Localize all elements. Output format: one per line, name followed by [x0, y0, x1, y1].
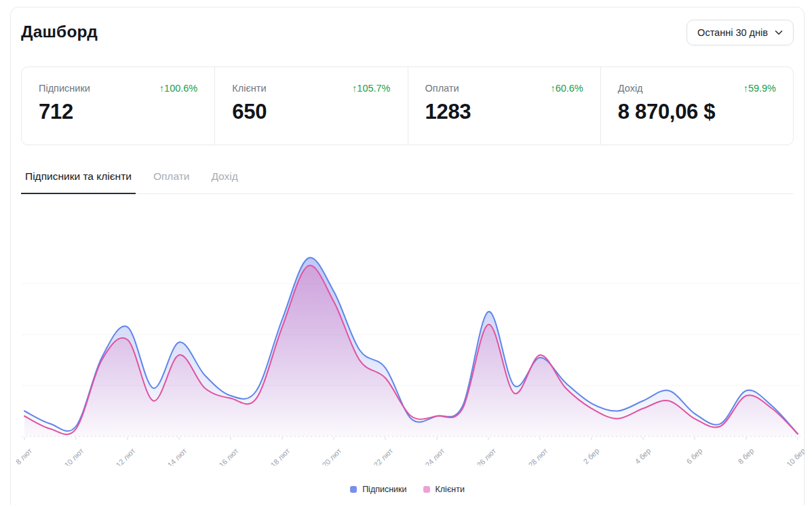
svg-text:2 бер: 2 бер: [581, 446, 600, 465]
stat-value: 650: [232, 100, 390, 124]
legend-item-subscribers[interactable]: Підписники: [350, 485, 406, 494]
stat-change-badge: ↑105.7%: [352, 83, 390, 94]
svg-text:10 лют: 10 лют: [62, 446, 85, 465]
tab-bar: Підписники та клієнти Оплати Дохід: [21, 170, 794, 194]
subscribers-clients-chart[interactable]: 8 лют10 лют12 лют14 лют16 лют18 лют20 лю…: [12, 194, 805, 466]
period-selector-button[interactable]: Останні 30 днів: [687, 20, 794, 45]
clients-swatch-icon: [423, 486, 430, 493]
stat-value: 1283: [425, 100, 583, 124]
svg-text:18 лют: 18 лют: [269, 446, 291, 465]
stat-value: 8 870,06 $: [618, 100, 776, 124]
svg-text:24 лют: 24 лют: [423, 446, 446, 465]
svg-text:10 бер: 10 бер: [785, 446, 805, 465]
stat-change-badge: ↑59.9%: [743, 83, 776, 94]
stat-card-revenue: Дохід ↑59.9% 8 870,06 $: [600, 67, 793, 145]
svg-text:16 лют: 16 лют: [217, 446, 239, 465]
chevron-down-icon: [775, 30, 783, 35]
stat-card-clients: Клієнти ↑105.7% 650: [214, 67, 407, 145]
svg-text:20 лют: 20 лют: [320, 446, 343, 465]
svg-text:26 лют: 26 лют: [475, 446, 497, 465]
chart-legend: Підписники Клієнти: [11, 485, 804, 494]
area-Клієнти: [24, 265, 798, 436]
legend-item-clients[interactable]: Клієнти: [423, 485, 465, 494]
stat-label: Дохід: [618, 83, 643, 94]
legend-label: Підписники: [362, 485, 406, 494]
svg-text:8 бер: 8 бер: [736, 446, 755, 465]
stat-label: Клієнти: [232, 83, 266, 94]
page-title: Дашборд: [21, 20, 98, 41]
svg-text:8 лют: 8 лют: [14, 446, 34, 465]
tab-revenue[interactable]: Дохід: [207, 170, 241, 194]
svg-text:4 бер: 4 бер: [633, 446, 652, 465]
stat-label: Підписники: [39, 83, 90, 94]
dashboard-panel: Дашборд Останні 30 днів Підписники ↑100.…: [10, 7, 805, 505]
legend-label: Клієнти: [436, 485, 465, 494]
stat-label: Оплати: [425, 83, 459, 94]
svg-text:12 лют: 12 лют: [114, 446, 136, 465]
svg-text:28 лют: 28 лют: [526, 446, 549, 465]
stat-card-subscribers: Підписники ↑100.6% 712: [22, 67, 214, 145]
period-selector-label: Останні 30 днів: [697, 27, 768, 38]
stat-change-badge: ↑60.6%: [550, 83, 583, 94]
tab-payments[interactable]: Оплати: [149, 170, 194, 194]
tab-subscribers-clients[interactable]: Підписники та клієнти: [21, 170, 136, 194]
svg-text:6 бер: 6 бер: [684, 446, 703, 465]
svg-text:14 лют: 14 лют: [166, 446, 188, 465]
stat-change-badge: ↑100.6%: [159, 83, 197, 94]
stats-row: Підписники ↑100.6% 712 Клієнти ↑105.7% 6…: [21, 67, 794, 145]
stat-card-payments: Оплати ↑60.6% 1283: [408, 67, 600, 145]
subscribers-swatch-icon: [350, 486, 357, 493]
stat-value: 712: [39, 100, 197, 124]
header: Дашборд Останні 30 днів: [11, 7, 804, 45]
chart-area: 8 лют10 лют12 лют14 лют16 лют18 лют20 лю…: [12, 194, 803, 466]
x-axis-labels: 8 лют10 лют12 лют14 лют16 лют18 лют20 лю…: [14, 437, 805, 466]
svg-text:22 лют: 22 лют: [372, 446, 394, 465]
